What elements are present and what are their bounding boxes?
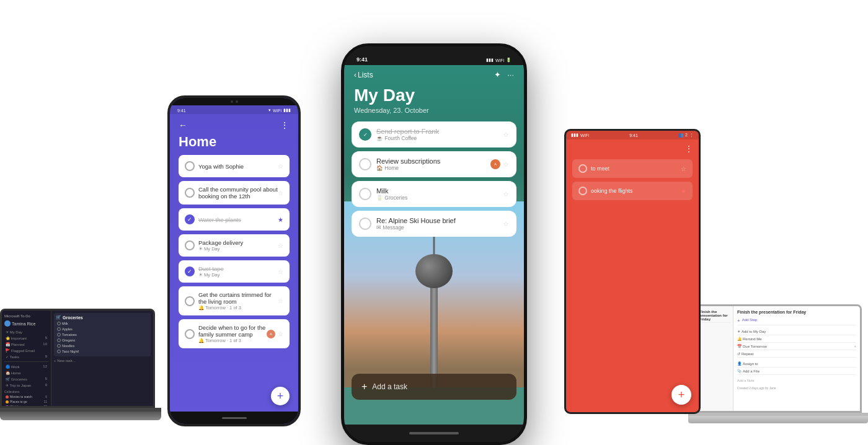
android-task-item[interactable]: ✓ Water the plants ★ xyxy=(179,208,290,231)
laptop-device: Microsoft To-Do Tamina Rice ☀ My Day ⭐ I… xyxy=(0,309,161,420)
mac-remind-row[interactable]: 🔔Remind Me xyxy=(737,335,856,343)
android-task-item[interactable]: Decide when to go for the family summer … xyxy=(179,319,290,348)
task-avatar: A xyxy=(267,330,275,338)
collection-places[interactable]: Places to go11 xyxy=(4,399,48,404)
android-task-item[interactable]: Call the community pool about booking on… xyxy=(179,181,290,205)
desktop-app: Microsoft To-Do Tamina Rice ☀ My Day ⭐ I… xyxy=(2,311,153,406)
iphone-task-item[interactable]: Re: Alpine Ski House brief ✉ Message ☆ xyxy=(352,211,516,237)
app-logo: Microsoft To-Do xyxy=(4,314,48,318)
android-phone-device: 9:41 ▾WiFi▮▮▮ ← ⋮ Home Yoga with Sophie xyxy=(167,95,301,426)
task-checkbox[interactable] xyxy=(185,240,195,250)
sidebar-item-groceries[interactable]: 🛒 Groceries5 xyxy=(4,376,48,382)
task-checkbox[interactable] xyxy=(359,158,371,170)
task-title: Duct tape xyxy=(198,265,224,272)
more-icon[interactable]: ··· xyxy=(507,70,514,79)
task-title: ooking the flights xyxy=(591,188,633,194)
task-subtitle: ☀ My Day xyxy=(198,272,224,278)
macbook-screen: Finish the presentation for Friday Finis… xyxy=(688,304,862,413)
task-star[interactable]: ☆ xyxy=(278,190,283,196)
iphone-add-task-bar[interactable]: + Add a task xyxy=(352,374,516,400)
sidebar-item-planned[interactable]: 📅 Planned10 xyxy=(4,341,48,347)
task-star[interactable]: ☆ xyxy=(681,165,686,172)
task-checkbox[interactable] xyxy=(359,218,371,230)
sidebar-item-home[interactable]: 🏠 Home xyxy=(4,370,48,376)
sidebar-item-tasks[interactable]: ✓ Tasks9 xyxy=(4,354,48,359)
iphone-task-item[interactable]: Review subscriptions 🏠 Home A ☆ xyxy=(352,151,516,177)
task-subtitle: 🏠 Home xyxy=(376,165,440,171)
sidebar-item-important[interactable]: ⭐ Important5 xyxy=(4,335,48,341)
sidebar-item-work[interactable]: 🔵 Work12 xyxy=(4,364,48,369)
iphone-task-item[interactable]: ✓ Send report to Frank ☕ Fourth Coffee ☆ xyxy=(352,121,516,148)
task-title: Re: Alpine Ski House brief xyxy=(376,217,456,224)
task-star[interactable]: ★ xyxy=(278,216,283,223)
task-star[interactable]: ☆ xyxy=(278,297,283,304)
task-subtitle: ✉ Message xyxy=(376,224,456,231)
iphone-notch-bar: 9:41 ▮▮▮WiFi🔋 xyxy=(344,46,524,65)
sidebar-item-japan[interactable]: ✈ Trip to Japan9 xyxy=(4,382,48,388)
tablet-body: ▮▮▮WiFi 9:41 👥 2 ⋮ ⋮ t xyxy=(564,129,701,414)
android-header: ← ⋮ xyxy=(179,120,290,130)
task-checkbox[interactable] xyxy=(578,187,587,195)
mac-add-note[interactable]: Add a Note xyxy=(737,377,856,384)
new-task-label[interactable]: + New task... xyxy=(54,359,151,363)
speaker-dot xyxy=(236,100,238,103)
android-more-button[interactable]: ⋮ xyxy=(280,120,290,130)
iphone-back-button[interactable]: ‹ Lists xyxy=(354,71,373,79)
task-checkbox[interactable] xyxy=(185,188,195,198)
mac-due-row[interactable]: 📅Due Tomorrow× xyxy=(737,343,856,350)
iphone-tasks-wrapper: ✓ Send report to Frank ☕ Fourth Coffee ☆ xyxy=(344,121,524,237)
collection-movies[interactable]: Movies to watch6 xyxy=(4,394,48,399)
add-plus-icon: + xyxy=(361,381,367,392)
android-back-button[interactable]: ← xyxy=(179,120,187,130)
task-checkbox[interactable] xyxy=(185,329,195,339)
task-checkbox[interactable]: ✓ xyxy=(185,214,195,224)
mac-repeat-row[interactable]: ↺Repeat xyxy=(737,350,856,358)
groceries-title: Groceries xyxy=(63,315,83,320)
tablet-task-item[interactable]: to meet ☆ xyxy=(572,159,693,178)
collection-wishlist[interactable]: Wishlist23 xyxy=(4,404,48,408)
android-fab-button[interactable]: + xyxy=(271,387,290,405)
task-checkbox[interactable] xyxy=(359,188,371,200)
iphone-task-list: ✓ Send report to Frank ☕ Fourth Coffee ☆ xyxy=(344,121,524,237)
task-star[interactable]: ☆ xyxy=(503,161,509,169)
task-star[interactable]: ☆ xyxy=(278,242,283,249)
android-tablet-device: ▮▮▮WiFi 9:41 👥 2 ⋮ ⋮ t xyxy=(564,129,701,414)
task-checkbox[interactable] xyxy=(578,164,587,173)
mac-myday-row[interactable]: ☀Add to My Day xyxy=(737,328,856,335)
tablet-time: 9:41 xyxy=(629,133,638,138)
task-star[interactable]: ☆ xyxy=(278,268,283,275)
tablet-fab-button[interactable]: + xyxy=(671,385,691,405)
task-star[interactable]: ☆ xyxy=(503,131,509,139)
avatar xyxy=(4,320,11,327)
tablet-task-item[interactable]: ooking the flights ★ xyxy=(572,182,693,200)
android-body: 9:41 ▾WiFi▮▮▮ ← ⋮ Home Yoga with Sophie xyxy=(167,95,301,426)
mac-file-row[interactable]: 📎Add a File xyxy=(737,368,856,375)
iphone-header: ‹ Lists ✦ ··· xyxy=(344,65,524,83)
android-task-item[interactable]: ✓ Duct tape ☀ My Day ☆ xyxy=(179,260,290,283)
android-task-item[interactable]: Yoga with Sophie ☆ xyxy=(179,155,290,177)
iphone-task-item[interactable]: Milk 🥛 Groceries ☆ xyxy=(352,181,516,207)
task-checkbox[interactable]: ✓ xyxy=(185,267,195,276)
task-star[interactable]: ★ xyxy=(681,188,686,195)
iphone-subtitle: Wednesday, 23. October xyxy=(354,107,514,114)
mac-assign-row[interactable]: 👤Assign to xyxy=(737,360,856,368)
task-title: Yoga with Sophie xyxy=(198,163,244,170)
brightness-icon[interactable]: ✦ xyxy=(494,70,501,79)
tablet-more-icon[interactable]: ⋮ xyxy=(685,144,693,153)
add-task-label: Add a task xyxy=(372,382,407,391)
mac-add-step[interactable]: + Add Step xyxy=(737,317,856,325)
task-star[interactable]: ☆ xyxy=(503,190,509,198)
mac-app: Finish the presentation for Friday Finis… xyxy=(690,306,860,411)
task-star[interactable]: ☆ xyxy=(278,163,283,170)
task-checkbox[interactable]: ✓ xyxy=(359,128,371,141)
mac-main: Finish the presentation for Friday + Add… xyxy=(733,306,860,411)
task-checkbox[interactable] xyxy=(185,296,195,306)
task-checkbox[interactable] xyxy=(185,161,195,171)
android-task-item[interactable]: Get the curtains trimmed for the living … xyxy=(179,286,290,315)
sidebar-item-flagged[interactable]: 🚩 Flagged Email xyxy=(4,348,48,353)
desktop-main: 🛒Groceries Milk Apples Tomatoes Oregano … xyxy=(51,311,153,406)
task-star[interactable]: ☆ xyxy=(278,330,283,337)
android-task-item[interactable]: Package delivery ☀ My Day ☆ xyxy=(179,234,290,257)
task-star[interactable]: ☆ xyxy=(503,220,509,228)
sidebar-item-myday[interactable]: ☀ My Day xyxy=(4,329,48,335)
